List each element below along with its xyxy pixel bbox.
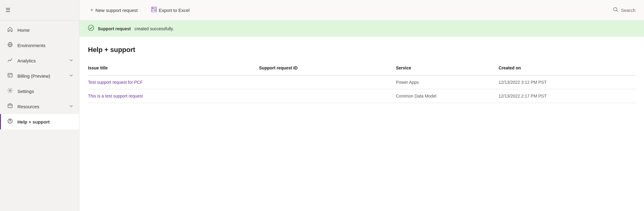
svg-rect-3 <box>8 73 12 77</box>
hamburger-icon[interactable]: ☰ <box>5 7 10 13</box>
plus-icon: + <box>90 7 93 13</box>
content-area: Help + support Issue titleSupport reques… <box>79 37 644 211</box>
sidebar-item-label-environments: Environments <box>17 43 73 48</box>
svg-point-10 <box>10 122 10 123</box>
sidebar-item-label-help-support: Help + support <box>17 119 73 124</box>
search-icon <box>613 7 618 14</box>
sidebar-item-label-resources: Resources <box>17 104 65 109</box>
new-request-label: New support request <box>95 8 137 13</box>
banner-rest-text: created successfully. <box>134 26 174 31</box>
search-area[interactable]: Search <box>613 7 635 14</box>
table-header: Issue titleSupport request IDServiceCrea… <box>88 64 635 76</box>
sidebar-item-home[interactable]: Home <box>0 22 79 38</box>
svg-rect-13 <box>154 8 156 9</box>
svg-rect-14 <box>152 9 154 11</box>
sidebar-item-analytics[interactable]: Analytics <box>0 53 79 68</box>
sidebar-nav: HomeEnvironmentsAnalyticsBilling (Previe… <box>0 20 79 129</box>
sidebar-item-label-settings: Settings <box>17 89 73 94</box>
sidebar-item-billing[interactable]: Billing (Preview) <box>0 68 79 83</box>
main-content: + New support request Export to Excel <box>79 0 644 211</box>
search-label: Search <box>621 8 635 13</box>
sidebar-item-label-billing: Billing (Preview) <box>17 73 65 79</box>
table-cell-created_on-1: 12/13/2022 2:17 PM PST <box>499 94 635 98</box>
success-check-icon <box>88 25 94 32</box>
table-header-issue_title: Issue title <box>88 64 259 72</box>
resources-icon <box>7 103 13 110</box>
sidebar-item-resources[interactable]: Resources <box>0 99 79 114</box>
table-row: This is a test support requestCommon Dat… <box>88 89 635 103</box>
home-icon <box>7 27 13 33</box>
sidebar: ☰ HomeEnvironmentsAnalyticsBilling (Prev… <box>0 0 79 211</box>
chevron-icon-analytics <box>69 58 73 63</box>
sidebar-item-label-analytics: Analytics <box>17 58 65 63</box>
table-header-service: Service <box>396 64 499 72</box>
table-cell-service-1: Common Data Model <box>396 94 499 98</box>
svg-rect-7 <box>8 104 12 108</box>
analytics-icon <box>7 57 13 64</box>
toolbar: + New support request Export to Excel <box>79 0 644 20</box>
settings-icon <box>7 88 13 94</box>
table-cell-service-0: Power Apps <box>396 80 499 85</box>
support-requests-table: Issue titleSupport request IDServiceCrea… <box>88 64 635 103</box>
sidebar-item-environments[interactable]: Environments <box>0 38 79 53</box>
excel-icon <box>151 7 157 13</box>
svg-rect-12 <box>152 8 154 9</box>
svg-point-16 <box>614 7 617 11</box>
chevron-icon-billing <box>69 74 73 78</box>
help-support-icon <box>7 118 13 125</box>
table-header-created_on: Created on <box>499 64 635 72</box>
table-cell-issue_title-0[interactable]: Test support request for PCF <box>88 80 259 85</box>
sidebar-header: ☰ <box>0 0 79 20</box>
banner-bold-text: Support request <box>98 26 131 31</box>
sidebar-item-label-home: Home <box>17 28 73 33</box>
svg-rect-5 <box>9 76 10 76</box>
sidebar-item-help-support[interactable]: Help + support <box>0 114 79 129</box>
page-title: Help + support <box>88 46 635 54</box>
chevron-icon-resources <box>69 104 73 109</box>
svg-rect-15 <box>154 9 156 11</box>
svg-point-6 <box>9 90 11 91</box>
table-body: Test support request for PCFPower Apps12… <box>88 76 635 103</box>
billing-icon <box>7 72 13 79</box>
table-cell-issue_title-1[interactable]: This is a test support request <box>88 94 259 98</box>
environments-icon <box>7 42 13 49</box>
svg-point-18 <box>88 25 94 31</box>
table-row: Test support request for PCFPower Apps12… <box>88 76 635 89</box>
export-to-excel-button[interactable]: Export to Excel <box>149 6 192 15</box>
table-header-support_request_id: Support request ID <box>259 64 396 72</box>
success-banner: Support request created successfully. <box>79 20 644 37</box>
new-support-request-button[interactable]: + New support request <box>88 6 140 14</box>
sidebar-item-settings[interactable]: Settings <box>0 83 79 99</box>
svg-line-17 <box>617 10 618 12</box>
table-cell-created_on-0: 12/13/2022 3:12 PM PST <box>499 80 635 85</box>
export-excel-label: Export to Excel <box>159 8 190 13</box>
